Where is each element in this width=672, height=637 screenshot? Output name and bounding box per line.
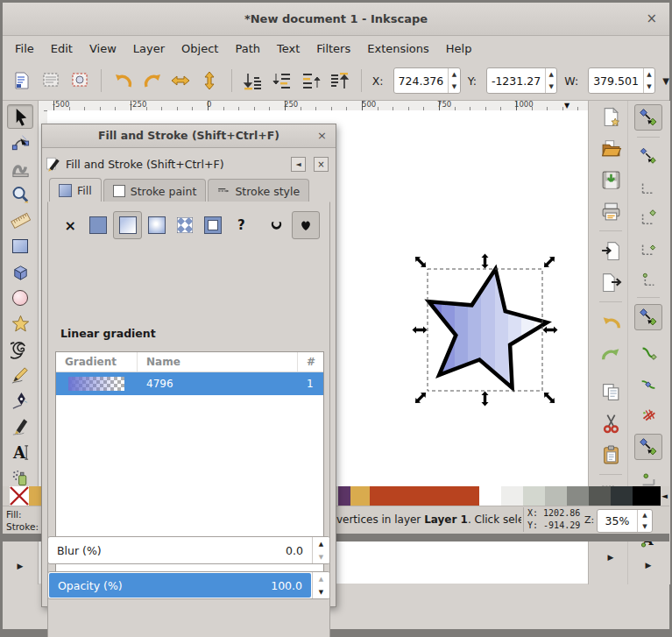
star-shape[interactable] — [428, 269, 547, 388]
spin-up-icon[interactable]: ▲ — [313, 537, 329, 550]
w-spinbox[interactable]: 379.501 ▲▼ — [588, 67, 655, 94]
y-value[interactable]: -1231.27 — [487, 68, 545, 93]
spin-down-icon[interactable]: ▼ — [313, 585, 329, 598]
ellipse-tool[interactable] — [8, 287, 32, 309]
blur-slider-row[interactable]: Blur (%) 0.0 ▲▼ — [47, 536, 330, 564]
blur-value[interactable]: 0.0 — [286, 544, 303, 557]
menu-layer[interactable]: Layer — [133, 42, 165, 55]
pencil-tool[interactable] — [8, 364, 32, 386]
deselect-button[interactable] — [69, 69, 91, 92]
spin-up-icon[interactable]: ▲ — [644, 68, 654, 81]
palette-swatch[interactable] — [589, 486, 611, 506]
palette-swatch[interactable] — [545, 486, 567, 506]
rotate-ccw-button[interactable] — [112, 69, 134, 92]
zoom-value[interactable]: 35% — [598, 510, 637, 532]
dialog-close-button[interactable]: × — [317, 124, 327, 147]
menu-help[interactable]: Help — [446, 42, 472, 55]
pen-tool[interactable] — [8, 389, 32, 412]
snap-bbox-centers-toggle[interactable] — [635, 266, 661, 291]
text-tool[interactable]: A — [8, 441, 32, 464]
flip-vertical-button[interactable] — [199, 69, 221, 92]
snap-bbox-toggle[interactable] — [635, 144, 661, 168]
dialog-header-close-button[interactable]: × — [314, 157, 329, 172]
paint-radial-gradient-button[interactable] — [144, 212, 170, 238]
zoom-spin-buttons[interactable]: ▲▼ — [637, 510, 652, 532]
w-spin-buttons[interactable]: ▲▼ — [643, 68, 654, 93]
measure-tool[interactable] — [8, 209, 32, 232]
spiral-tool[interactable] — [8, 338, 32, 361]
spin-down-icon[interactable]: ▼ — [546, 81, 556, 93]
toolbox-expand-button[interactable]: ▶ — [8, 555, 32, 577]
spin-up-icon[interactable]: ▲ — [313, 572, 329, 585]
undo-button[interactable] — [598, 309, 623, 334]
opacity-spin-buttons[interactable]: ▲▼ — [312, 572, 329, 598]
lower-to-bottom-button[interactable] — [243, 69, 265, 92]
palette-swatch-none[interactable] — [10, 486, 29, 506]
y-spinbox[interactable]: -1231.27 ▲▼ — [486, 67, 557, 94]
snap-enable-toggle[interactable] — [634, 104, 662, 131]
x-spinbox[interactable]: 724.376 ▲▼ — [393, 67, 461, 94]
tweak-tool[interactable] — [8, 158, 32, 180]
x-value[interactable]: 724.376 — [394, 68, 449, 93]
blur-spin-buttons[interactable]: ▲▼ — [312, 537, 329, 563]
palette-swatch[interactable] — [501, 486, 523, 506]
palette-swatch[interactable] — [350, 486, 370, 506]
flip-horizontal-button[interactable] — [170, 69, 192, 92]
star-tool[interactable] — [8, 312, 32, 335]
tab-fill[interactable]: Fill — [49, 178, 102, 202]
palette-swatch[interactable] — [370, 486, 479, 506]
opacity-slider[interactable]: Opacity (%) 100.0 — [49, 573, 311, 598]
new-document-button[interactable] — [598, 104, 623, 129]
redo-button[interactable] — [598, 341, 623, 365]
zoom-spinbox[interactable]: 35% ▲▼ — [597, 509, 653, 533]
palette-swatch[interactable] — [29, 486, 41, 506]
snap-bbox-corners-toggle[interactable] — [635, 205, 661, 230]
calligraphy-tool[interactable] — [8, 415, 32, 438]
snap-nodes-toggle[interactable] — [634, 304, 662, 330]
rectangle-tool[interactable] — [8, 235, 32, 258]
menu-edit[interactable]: Edit — [51, 42, 73, 55]
save-document-button[interactable] — [598, 167, 623, 192]
paint-none-button[interactable]: × — [57, 212, 83, 238]
menu-filters[interactable]: Filters — [316, 42, 350, 55]
snap-bbox-edges-toggle[interactable] — [635, 174, 661, 199]
gradient-row-selected[interactable]: 4796 1 — [56, 372, 323, 395]
spin-down-icon[interactable]: ▼ — [449, 81, 459, 93]
w-value[interactable]: 379.501 — [589, 68, 643, 93]
opacity-value[interactable]: 100.0 — [271, 579, 302, 592]
palette-swatch[interactable] — [611, 486, 633, 506]
titlebar[interactable]: *New document 1 - Inkscape × — [3, 3, 669, 36]
snap-path-intersections-toggle[interactable] — [635, 372, 661, 397]
spin-down-icon[interactable]: ▼ — [638, 521, 652, 533]
palette-swatch[interactable] — [567, 486, 589, 506]
spin-up-icon[interactable]: ▲ — [638, 510, 652, 521]
box3d-tool[interactable] — [8, 260, 32, 283]
open-document-button[interactable] — [598, 136, 623, 160]
menu-file[interactable]: File — [15, 42, 34, 55]
paste-button[interactable] — [598, 442, 623, 467]
select-all-layers-button[interactable] — [40, 69, 62, 92]
snap-others-toggle[interactable] — [634, 434, 662, 460]
column-name[interactable]: Name — [138, 352, 298, 372]
column-count[interactable]: # — [298, 352, 323, 372]
paint-unknown-button[interactable]: ? — [228, 212, 254, 238]
select-all-button[interactable] — [11, 69, 33, 92]
blur-slider[interactable]: Blur (%) 0.0 — [48, 537, 312, 563]
palette-swatch[interactable] — [523, 486, 545, 506]
snap-expand-button[interactable]: ▶ — [635, 558, 661, 572]
paint-swatch-button[interactable] — [200, 212, 226, 238]
window-close-button[interactable]: × — [646, 3, 657, 35]
lower-button[interactable] — [271, 69, 293, 92]
menu-view[interactable]: View — [89, 42, 117, 55]
commands-expand-button[interactable]: ▶ — [598, 550, 623, 564]
paint-linear-gradient-button[interactable] — [113, 211, 141, 239]
dialog-detach-button[interactable]: ◄ — [291, 157, 306, 172]
toolbar-overflow-arrow-icon[interactable]: ▼ — [662, 76, 669, 86]
menu-text[interactable]: Text — [277, 42, 300, 55]
zoom-tool[interactable] — [8, 183, 32, 206]
dialog-titlebar[interactable]: Fill and Stroke (Shift+Ctrl+F) × — [42, 124, 336, 148]
tab-stroke-style[interactable]: Stroke style — [208, 179, 309, 202]
menu-path[interactable]: Path — [235, 42, 260, 55]
raise-to-top-button[interactable] — [329, 69, 350, 92]
node-tool[interactable] — [8, 131, 32, 154]
